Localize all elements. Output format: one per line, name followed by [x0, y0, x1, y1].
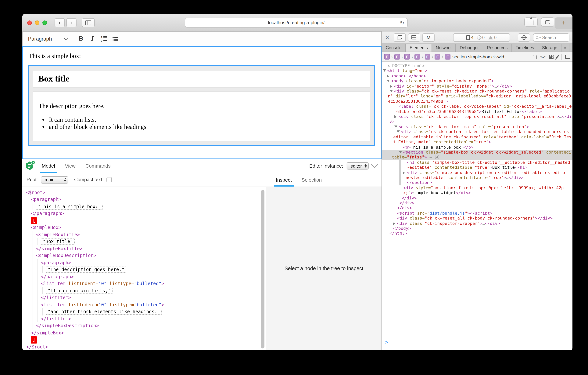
breadcrumb-element-badge[interactable]: E: [435, 54, 441, 60]
resource-status-group[interactable]: 4 0 0: [453, 33, 510, 42]
text-node[interactable]: "The description goes here.": [46, 266, 126, 273]
breadcrumb-current-node[interactable]: section.simple-box.ck-wid…: [452, 54, 509, 59]
dom-tree-node[interactable]: </div>: [382, 201, 572, 206]
simple-box-widget[interactable]: Box title The description goes here. It …: [28, 65, 375, 146]
disclosure-open-icon[interactable]: [390, 90, 393, 92]
breadcrumb-element-badge[interactable]: E: [445, 54, 451, 60]
devtools-tab-console[interactable]: Console: [382, 44, 406, 52]
model-tree-line[interactable]: [: [22, 217, 266, 224]
list-item[interactable]: and other block elements like headings.: [49, 124, 365, 131]
quick-console[interactable]: >: [382, 336, 572, 350]
model-tree-line[interactable]: </paragraph>: [22, 273, 266, 280]
collapse-inspector-icon[interactable]: [371, 161, 378, 168]
dom-tree-node[interactable]: </html>: [382, 231, 572, 236]
root-select[interactable]: main: [41, 176, 68, 183]
disclosure-open-icon[interactable]: [397, 131, 400, 133]
bold-button[interactable]: B: [75, 33, 87, 44]
disclosure-closed-icon[interactable]: [390, 85, 392, 88]
console-prompt[interactable]: >: [385, 339, 388, 345]
disclosure-closed-icon[interactable]: [387, 75, 389, 78]
details-sidebar-toggle-icon[interactable]: [565, 55, 570, 59]
tabs-overflow-button[interactable]: »: [561, 44, 570, 52]
model-tree-line[interactable]: </$root>: [22, 343, 266, 350]
bulleted-list-button[interactable]: [109, 33, 121, 44]
dock-bottom-button[interactable]: [408, 33, 420, 42]
text-node[interactable]: "It can contain lists,": [46, 287, 113, 294]
model-tree-line[interactable]: "The description goes here.": [22, 266, 266, 273]
model-tree-line[interactable]: </simpleBoxTitle>: [22, 245, 266, 252]
dom-tree-node[interactable]: <div class="ck ck-content ck-editor__edi…: [382, 130, 572, 145]
dom-tree-node[interactable]: </section>: [382, 180, 572, 185]
disclosure-closed-icon[interactable]: [394, 115, 397, 118]
compact-text-checkbox[interactable]: [106, 177, 112, 182]
dom-tree-node[interactable]: <script src="dist/bundle.js"></script>: [382, 211, 572, 216]
dom-tree-node[interactable]: <div class="simple-box-description ck-ed…: [382, 170, 572, 180]
close-window-button[interactable]: [27, 20, 32, 25]
model-tree-line[interactable]: <paragraph>: [22, 259, 266, 266]
devtools-tab-network[interactable]: Network: [432, 44, 456, 52]
text-node[interactable]: "This is a simple box:": [36, 203, 103, 210]
reload-icon[interactable]: ↻: [400, 20, 404, 26]
dom-tree-node[interactable]: <body class="ck-inspector-body-expanded"…: [382, 78, 572, 84]
simple-box-description[interactable]: The description goes here. It can contai…: [33, 91, 370, 142]
model-tree-line[interactable]: </listItem>: [22, 294, 266, 301]
print-icon[interactable]: [532, 55, 537, 59]
model-tree-line[interactable]: ]: [22, 336, 266, 343]
devtools-reload-button[interactable]: ↻: [422, 33, 435, 42]
model-tree-line[interactable]: </simpleBoxDescription>: [22, 322, 266, 329]
share-button[interactable]: [524, 17, 538, 27]
model-tree-line[interactable]: "Box title": [22, 238, 266, 245]
breadcrumb-element-badge[interactable]: E: [384, 54, 390, 60]
dom-tree-node[interactable]: </div>: [382, 206, 572, 211]
devtools-tab-debugger[interactable]: Debugger: [456, 44, 483, 52]
model-tree-line[interactable]: <simpleBoxDescription>: [22, 252, 266, 259]
dom-tree-node[interactable]: <head>…</head>: [382, 74, 572, 79]
devtools-tab-storage[interactable]: Storage: [538, 44, 561, 52]
dom-tree-node[interactable]: <div style="position: fixed; top: 0px; l…: [382, 185, 572, 196]
inspector-tab-view[interactable]: View: [61, 159, 80, 173]
disclosure-closed-icon[interactable]: [403, 171, 405, 174]
dom-tree-node[interactable]: <label class="ck ck-label ck-voice-label…: [382, 104, 572, 114]
panel-tab-selection[interactable]: Selection: [297, 173, 326, 186]
dom-tree-node[interactable]: <section class="simple-box ck-widget ck-…: [382, 150, 572, 160]
description-paragraph[interactable]: The description goes here.: [39, 102, 365, 110]
tab-overview-button[interactable]: [541, 17, 554, 27]
model-tree-line[interactable]: "and other block elements like headings.…: [22, 308, 266, 315]
forward-button[interactable]: ›: [66, 18, 76, 27]
heading-dropdown[interactable]: Paragraph: [28, 36, 71, 42]
zoom-window-button[interactable]: [42, 20, 47, 25]
dom-tree-node[interactable]: <div class="ck ck-reset ck-editor ck-rou…: [382, 89, 572, 104]
devtools-tab-timelines[interactable]: Timelines: [512, 44, 538, 52]
dom-tree-node[interactable]: <p>This is a simple box:</p>: [382, 145, 572, 150]
dom-tree-node[interactable]: <html lang="en">: [382, 68, 572, 74]
model-tree-line[interactable]: "It can contain lists,": [22, 287, 266, 294]
devtools-search-field[interactable]: Search: [533, 33, 569, 42]
breadcrumb-element-badge[interactable]: E: [394, 54, 400, 60]
layout-grid-icon[interactable]: [549, 55, 554, 59]
text-node[interactable]: "Box title": [41, 239, 75, 244]
disclosure-open-icon[interactable]: [399, 151, 402, 153]
add-tab-button[interactable]: +: [570, 44, 572, 52]
show-source-icon[interactable]: <>: [540, 54, 546, 59]
dom-tree-node[interactable]: <div class="ck ck-editor__main" role="pr…: [382, 124, 572, 130]
model-tree-line[interactable]: </listItem>: [22, 315, 266, 322]
new-tab-button[interactable]: +: [555, 17, 572, 29]
inspector-tab-commands[interactable]: Commands: [81, 159, 115, 173]
breadcrumb-element-badge[interactable]: E: [425, 54, 430, 60]
address-bar[interactable]: localhost/creating-a-plugin/ ↻: [185, 18, 408, 28]
dom-tree-node[interactable]: <!DOCTYPE html>: [382, 63, 572, 68]
dom-tree-node[interactable]: <div id="editor" style="display: none;">…: [382, 84, 572, 89]
model-tree-line[interactable]: "This is a simple box:": [22, 203, 266, 210]
styles-brush-icon[interactable]: [556, 55, 559, 59]
model-tree-line[interactable]: </paragraph>: [22, 210, 266, 217]
model-tree-line[interactable]: </simpleBox>: [22, 329, 266, 336]
disclosure-open-icon[interactable]: [383, 70, 386, 72]
breadcrumb-element-badge[interactable]: E: [414, 54, 420, 60]
model-tree-line[interactable]: <simpleBox>: [22, 224, 266, 231]
editor-instance-select[interactable]: editor: [347, 162, 369, 169]
text-node[interactable]: "and other block elements like headings.…: [46, 309, 162, 315]
back-button[interactable]: ‹: [54, 18, 65, 27]
dom-tree-node[interactable]: <div class="ck-inspector-wrapper">…</div…: [382, 221, 572, 226]
sidebar-toggle-button[interactable]: [82, 18, 95, 27]
element-picker-button[interactable]: [518, 33, 530, 42]
